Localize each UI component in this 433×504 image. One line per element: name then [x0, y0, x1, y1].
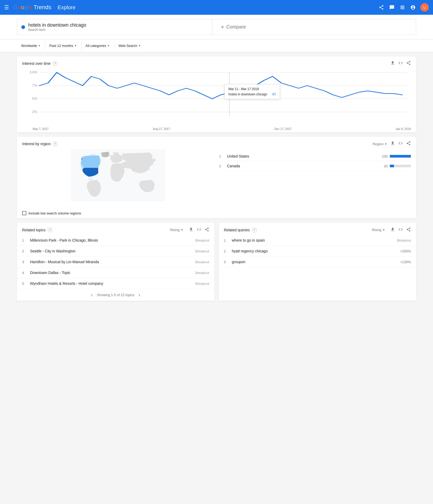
topic-row-3: 3 Hamilton - Musical by Lin-Manuel Miran…	[17, 257, 215, 267]
query-badge-1: Breakout	[397, 238, 411, 242]
topic-badge-1: Breakout	[195, 238, 209, 242]
download-icon-topics[interactable]	[189, 227, 193, 233]
region-row-1: 1 United States 100	[219, 151, 411, 161]
download-icon-time[interactable]	[390, 61, 395, 66]
region-bar-bg-1	[390, 155, 411, 158]
card-title-region: Interest by region ?	[22, 141, 57, 146]
menu-icon[interactable]: ☰	[4, 4, 9, 11]
topics-arrow-icon: ▼	[181, 228, 183, 231]
compare-box[interactable]: + Compare	[212, 19, 416, 35]
help-icon-queries[interactable]: ?	[252, 228, 257, 232]
filter-location[interactable]: Worldwide ▼	[17, 42, 45, 50]
related-topics-card: Related topics ? Rising ▼	[17, 223, 215, 301]
queries-rising-dropdown[interactable]: Rising ▼	[370, 227, 387, 233]
help-icon-region[interactable]: ?	[53, 141, 57, 146]
header-icons: U	[378, 3, 429, 12]
search-term-box[interactable]: hotels in downtown chicago Search term	[17, 19, 212, 35]
help-icon-time[interactable]: ?	[53, 61, 57, 66]
filter-search-type[interactable]: Web Search ▼	[114, 42, 145, 50]
region-bar-fill-1	[390, 155, 411, 158]
query-row-1: 1 where to go in spain Breakout	[219, 235, 416, 246]
embed-icon-topics[interactable]	[197, 227, 201, 233]
bottom-row: Related topics ? Rising ▼	[17, 223, 416, 301]
interest-chart: 100 75 50 25	[22, 68, 411, 121]
pagination-prev[interactable]: ‹	[91, 292, 93, 298]
card-title-queries: Related queries ?	[224, 228, 257, 232]
queries-arrow-icon: ▼	[382, 228, 385, 231]
embed-icon-time[interactable]	[398, 61, 403, 66]
card-actions-queries: Rising ▼	[370, 227, 411, 233]
card-title-time: Interest over time ?	[22, 61, 57, 66]
filter-time[interactable]: Past 12 months ▼	[45, 42, 81, 50]
share-icon-region[interactable]	[406, 141, 411, 147]
region-bar-bg-2	[390, 165, 411, 167]
card-header-queries: Related queries ? Rising ▼	[219, 223, 416, 235]
region-row-2: 2 Canada 20	[219, 161, 411, 171]
apps-icon[interactable]	[399, 4, 406, 11]
compare-plus-icon: +	[221, 24, 224, 31]
related-queries-card: Related queries ? Rising ▼	[219, 223, 416, 301]
region-list: 1 United States 100 2 Canada 20	[219, 149, 411, 202]
pagination-next[interactable]: ›	[139, 292, 140, 298]
share-icon[interactable]	[378, 4, 385, 11]
search-term-text: hotels in downtown chicago	[28, 22, 86, 28]
time-arrow-icon: ▼	[74, 44, 77, 47]
feedback-icon[interactable]	[389, 4, 395, 11]
logo: Google Trends	[13, 4, 51, 11]
avatar[interactable]: U	[420, 3, 429, 12]
low-volume-checkbox[interactable]	[22, 211, 26, 215]
topic-badge-5: Breakout	[195, 282, 209, 286]
share-icon-queries[interactable]	[406, 227, 411, 233]
query-badge-2: +250%	[400, 249, 411, 253]
topic-badge-4: Breakout	[195, 271, 209, 275]
chart-x-labels: May 7, 2017 Aug 27, 2017 Dec 17, 2017 Ap…	[17, 127, 416, 133]
interest-over-time-card: Interest over time ? 100 75 50	[17, 56, 416, 133]
main-content: Interest over time ? 100 75 50	[0, 52, 433, 305]
card-header-topics: Related topics ? Rising ▼	[17, 223, 215, 235]
help-icon-topics[interactable]: ?	[48, 228, 52, 232]
topic-row-4: 4 Downtown Dallas - Topic Breakout	[17, 267, 215, 278]
search-area: hotels in downtown chicago Search term +…	[0, 15, 433, 40]
region-dropdown[interactable]: Region ▼	[373, 142, 387, 146]
search-term-content: hotels in downtown chicago Search term	[28, 22, 86, 32]
card-actions-region: Region ▼	[373, 141, 411, 147]
low-volume-label: Include low search volume regions	[28, 211, 81, 215]
location-arrow-icon: ▼	[38, 44, 41, 47]
svg-text:25: 25	[32, 110, 37, 114]
share-icon-topics[interactable]	[205, 227, 209, 233]
header: ☰ Google Trends Explore U	[0, 0, 433, 15]
chart-container: 100 75 50 25 Mar 11 - Mar 17 2018	[17, 68, 416, 127]
topic-badge-3: Breakout	[195, 260, 209, 264]
topic-row-2: 2 Seattle - City in Washington Breakout	[17, 246, 215, 257]
topics-rising-dropdown[interactable]: Rising ▼	[168, 227, 185, 233]
pagination-text: Showing 1-5 of 22 topics	[97, 293, 134, 297]
account-icon[interactable]	[410, 4, 416, 11]
download-icon-queries[interactable]	[390, 227, 395, 233]
topics-pagination: ‹ Showing 1-5 of 22 topics ›	[17, 289, 215, 301]
share-icon-time[interactable]	[406, 61, 411, 66]
compare-label: Compare	[226, 24, 246, 30]
region-map	[22, 149, 214, 202]
world-map-svg	[22, 149, 214, 202]
download-icon-region[interactable]	[390, 141, 395, 147]
card-title-topics: Related topics ?	[22, 228, 52, 232]
query-row-3: 3 groupon +130%	[219, 257, 416, 267]
region-arrow-icon: ▼	[385, 143, 387, 145]
card-header-region: Interest by region ? Region ▼	[17, 137, 416, 149]
search-type-arrow-icon: ▼	[138, 44, 141, 47]
region-content: 1 United States 100 2 Canada 20	[17, 149, 416, 208]
interest-by-region-card: Interest by region ? Region ▼	[17, 137, 416, 218]
card-actions-topics: Rising ▼	[168, 227, 209, 233]
svg-text:50: 50	[32, 97, 37, 100]
query-row-2: 2 hyatt regency chicago +250%	[219, 246, 416, 257]
embed-icon-region[interactable]	[398, 141, 403, 147]
filter-bar: Worldwide ▼ Past 12 months ▼ All categor…	[0, 40, 433, 52]
topic-badge-2: Breakout	[195, 249, 209, 253]
query-badge-3: +130%	[400, 260, 411, 264]
topic-row-1: 1 Millennium Park - Park in Chicago, Ill…	[17, 235, 215, 246]
search-dot	[21, 25, 25, 29]
filter-category[interactable]: All categories ▼	[81, 42, 114, 50]
embed-icon-queries[interactable]	[398, 227, 403, 233]
svg-text:100: 100	[29, 71, 37, 74]
region-bar-fill-2	[390, 165, 394, 167]
